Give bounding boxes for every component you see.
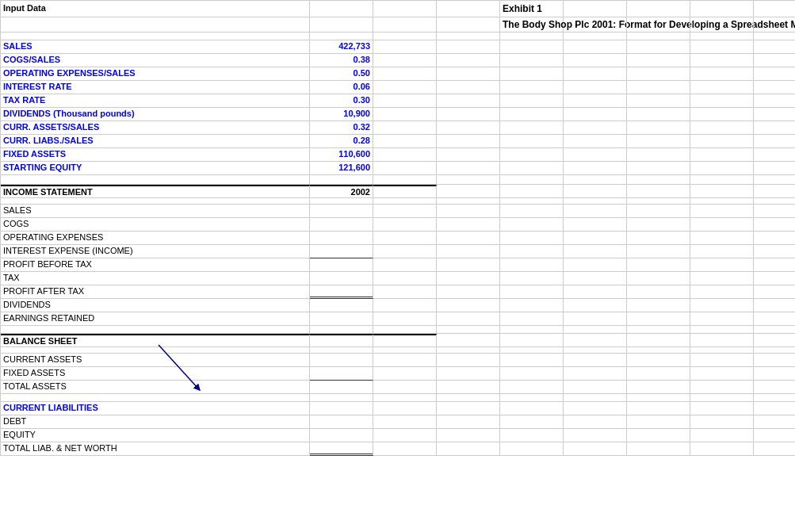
sales-e <box>500 40 564 54</box>
ir-c <box>373 81 437 94</box>
is-er-g <box>627 312 690 326</box>
bs-fa-val <box>310 367 373 381</box>
bs-debt-f <box>564 415 627 429</box>
opex-e <box>500 67 564 81</box>
cl-h <box>690 135 754 148</box>
row2-c <box>373 17 437 33</box>
is-interest-c <box>373 245 437 258</box>
bs-eq-h <box>690 429 754 442</box>
is-tax-val <box>310 272 373 285</box>
is-sales-g <box>627 205 690 218</box>
is-tax-f <box>564 272 627 285</box>
is-gap-c <box>373 198 437 205</box>
ca-e <box>500 121 564 135</box>
is-sales-c <box>373 205 437 218</box>
dividends-label: DIVIDENDS (Thousand pounds) <box>1 108 310 121</box>
is-e <box>500 185 564 198</box>
bs-ca-e <box>500 354 564 367</box>
bs-cl-g <box>627 402 690 415</box>
is-er-val <box>310 312 373 326</box>
ir-e <box>500 81 564 94</box>
ir-d <box>437 81 500 94</box>
bs-e <box>500 334 564 347</box>
is-cogs-g <box>627 218 690 232</box>
ca-i <box>754 121 795 135</box>
sales-label: SALES <box>1 40 310 54</box>
is-interest-h <box>690 245 754 258</box>
bs-ca-g <box>627 354 690 367</box>
sales-value: 422,733 <box>310 40 373 54</box>
sep1-a <box>1 175 310 185</box>
bs-gap2-h <box>690 394 754 402</box>
bs-debt-c <box>373 415 437 429</box>
sep2-h <box>690 326 754 334</box>
bs-ca-i <box>754 354 795 367</box>
row3-a <box>1 33 310 40</box>
is-div-d <box>437 299 500 312</box>
is-tax-label: TAX <box>1 272 310 285</box>
se-g <box>627 162 690 175</box>
se-f <box>564 162 627 175</box>
col-g1 <box>627 1 690 17</box>
is-interest-e <box>500 245 564 258</box>
tr-h <box>690 94 754 108</box>
opex-g <box>627 67 690 81</box>
bs-gap2-f <box>564 394 627 402</box>
is-cogs-h <box>690 218 754 232</box>
col-h1 <box>690 1 754 17</box>
row3-c <box>373 33 437 40</box>
is-div-val <box>310 299 373 312</box>
bs-ta-label: TOTAL ASSETS <box>1 381 310 394</box>
bs-tlnw-d <box>437 442 500 456</box>
sep1-d <box>437 175 500 185</box>
bs-gap-h <box>690 347 754 354</box>
is-gap-g <box>627 198 690 205</box>
bs-gap2-d <box>437 394 500 402</box>
is-opex-e <box>500 232 564 245</box>
sep2-a <box>1 326 310 334</box>
curr-liabs-label: CURR. LIABS./SALES <box>1 135 310 148</box>
bs-fa-i <box>754 367 795 381</box>
is-cogs-e <box>500 218 564 232</box>
div-f <box>564 108 627 121</box>
bs-eq-c <box>373 429 437 442</box>
is-tax-g <box>627 272 690 285</box>
col-b1 <box>310 1 373 17</box>
fa-h <box>690 148 754 162</box>
bs-tlnw-i <box>754 442 795 456</box>
is-cogs-d <box>437 218 500 232</box>
row3-d <box>437 33 500 40</box>
bs-fa-g <box>627 367 690 381</box>
bs-header: BALANCE SHEET <box>1 334 310 347</box>
bs-fa-f <box>564 367 627 381</box>
se-e <box>500 162 564 175</box>
starting-equity-label: STARTING EQUITY <box>1 162 310 175</box>
is-pbt-e <box>500 258 564 272</box>
is-h <box>690 185 754 198</box>
is-er-h <box>690 312 754 326</box>
bs-debt-h <box>690 415 754 429</box>
sales-g <box>627 40 690 54</box>
bs-gap-b <box>310 347 373 354</box>
se-d <box>437 162 500 175</box>
sep2-f <box>564 326 627 334</box>
is-f <box>564 185 627 198</box>
is-div-f <box>564 299 627 312</box>
tr-e <box>500 94 564 108</box>
bs-debt-i <box>754 415 795 429</box>
is-opex-c <box>373 232 437 245</box>
is-pat-val <box>310 285 373 299</box>
col-i1 <box>754 1 795 17</box>
sales-f <box>564 40 627 54</box>
row2-b <box>310 17 373 33</box>
is-div-i <box>754 299 795 312</box>
is-cogs-label: COGS <box>1 218 310 232</box>
opex-label: OPERATING EXPENSES/SALES <box>1 67 310 81</box>
div-i <box>754 108 795 121</box>
row2-f <box>564 17 627 33</box>
sep2-b <box>310 326 373 334</box>
bs-gap-e <box>500 347 564 354</box>
is-cogs-i <box>754 218 795 232</box>
is-cogs-val <box>310 218 373 232</box>
opex-h <box>690 67 754 81</box>
